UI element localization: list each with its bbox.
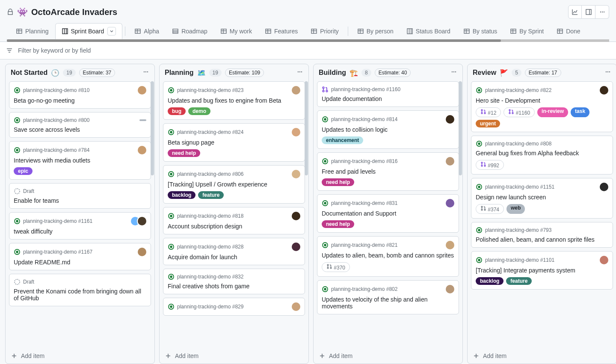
assignee-avatar[interactable] bbox=[292, 170, 300, 178]
assignee-avatar[interactable] bbox=[292, 212, 300, 220]
issue-card[interactable]: planning-tracking-demo #793Polished alie… bbox=[471, 222, 613, 248]
insights-button[interactable] bbox=[568, 5, 582, 19]
issue-label[interactable]: feature bbox=[506, 277, 532, 285]
view-tab[interactable]: By Sprint bbox=[503, 24, 550, 38]
assignee-avatar[interactable] bbox=[600, 183, 608, 191]
view-tab[interactable]: Roadmap bbox=[166, 24, 214, 38]
filter-icon[interactable] bbox=[6, 47, 13, 54]
issue-card[interactable]: planning-tracking-demo #1167Update READM… bbox=[9, 243, 151, 270]
column-menu[interactable] bbox=[604, 68, 611, 77]
issue-label[interactable]: backlog bbox=[476, 277, 503, 285]
assignee-avatar[interactable] bbox=[138, 146, 146, 154]
issue-label[interactable]: #992 bbox=[476, 160, 504, 170]
assignee-avatar[interactable] bbox=[446, 199, 454, 207]
issue-card[interactable]: planning-tracking-demo #828Acquire domai… bbox=[163, 238, 305, 265]
tab-label: Planning bbox=[25, 28, 49, 35]
issue-label[interactable]: enhancement bbox=[322, 136, 363, 144]
issue-label[interactable]: #1160 bbox=[503, 107, 535, 117]
issue-label[interactable]: demo bbox=[188, 107, 210, 115]
issue-label[interactable]: #374 bbox=[476, 204, 504, 214]
view-tab[interactable]: Priority bbox=[304, 24, 345, 38]
add-item-button[interactable]: Add item bbox=[160, 348, 308, 364]
issue-card[interactable]: planning-tracking-demo #818Account subsc… bbox=[163, 207, 305, 234]
issue-card[interactable]: planning-tracking-demo #824Beta signup p… bbox=[163, 123, 305, 162]
tabs-scrollbar[interactable] bbox=[7, 39, 609, 42]
issue-label[interactable]: #12 bbox=[476, 107, 501, 117]
svg-point-54 bbox=[16, 251, 18, 253]
view-tab[interactable]: Done bbox=[550, 24, 586, 38]
issue-card[interactable]: planning-tracking-demo #1151Design new l… bbox=[471, 178, 613, 219]
issue-card[interactable]: DraftEnable for teams bbox=[9, 183, 151, 209]
add-item-button[interactable]: Add item bbox=[314, 348, 462, 364]
view-tab[interactable]: My work bbox=[214, 24, 258, 38]
issue-label[interactable]: backlog bbox=[168, 191, 195, 199]
assignee-avatar[interactable] bbox=[446, 285, 454, 293]
view-tab[interactable]: Sprint Board bbox=[55, 23, 123, 39]
column-scrollbar[interactable] bbox=[151, 81, 154, 175]
issue-card[interactable]: planning-tracking-demo #802Updates to ve… bbox=[317, 280, 459, 314]
issue-label[interactable]: in-review bbox=[537, 107, 568, 117]
issue-card[interactable]: planning-tracking-demo #822Hero site - D… bbox=[471, 81, 613, 132]
issue-label[interactable]: #370 bbox=[322, 262, 350, 272]
column-scrollbar[interactable] bbox=[305, 81, 308, 175]
issue-card[interactable]: planning-tracking-demo #814Updates to co… bbox=[317, 110, 459, 149]
view-tab[interactable]: Status Board bbox=[400, 24, 457, 38]
column-menu[interactable] bbox=[450, 68, 457, 77]
issue-card[interactable]: planning-tracking-demo #823Updates and b… bbox=[163, 81, 305, 120]
filter-input[interactable]: Filter by keyword or by field bbox=[18, 47, 609, 54]
assignee-avatar[interactable] bbox=[138, 217, 146, 225]
issue-card[interactable]: planning-tracking-demo #1160Update docum… bbox=[317, 81, 459, 107]
panel-button[interactable] bbox=[582, 5, 595, 19]
issue-card[interactable]: planning-tracking-demo #1101[Tracking] I… bbox=[471, 251, 613, 290]
assignee-avatar[interactable] bbox=[292, 302, 300, 311]
issue-label[interactable]: urgent bbox=[476, 120, 500, 127]
issue-card[interactable]: planning-tracking-demo #821Updates to al… bbox=[317, 236, 459, 277]
view-tab[interactable]: By status bbox=[457, 24, 504, 38]
project-emoji: 👾 bbox=[17, 7, 28, 17]
assignee-avatar[interactable] bbox=[600, 256, 608, 264]
add-item-button[interactable]: Add item bbox=[6, 348, 154, 364]
view-tab[interactable]: Planning bbox=[9, 24, 55, 38]
issue-label[interactable]: feature bbox=[198, 191, 224, 199]
issue-card[interactable]: planning-tracking-demo #784Interviews wi… bbox=[9, 141, 151, 180]
issue-label[interactable]: need help bbox=[168, 149, 200, 157]
view-tab[interactable]: By person bbox=[351, 24, 400, 38]
issue-label[interactable]: need help bbox=[322, 220, 354, 228]
assignee-avatar[interactable] bbox=[446, 157, 454, 166]
tab-dropdown[interactable] bbox=[107, 27, 116, 36]
assignee-avatar[interactable] bbox=[138, 86, 146, 95]
issue-card[interactable]: planning-tracking-demo #808General bug f… bbox=[471, 136, 613, 175]
view-tab[interactable]: Features bbox=[258, 24, 304, 38]
assignee-avatar[interactable] bbox=[292, 243, 300, 251]
assignee-avatar[interactable] bbox=[446, 241, 454, 249]
issue-card[interactable]: planning-tracking-demo #810Beta go-no-go… bbox=[9, 81, 151, 109]
assignee-avatar[interactable] bbox=[446, 115, 454, 124]
issue-card[interactable]: planning-tracking-demo #816Free and paid… bbox=[317, 152, 459, 191]
column-count: 19 bbox=[209, 69, 222, 77]
column-menu[interactable] bbox=[296, 68, 303, 77]
assignee-avatar[interactable] bbox=[600, 86, 608, 95]
issue-label[interactable]: need help bbox=[322, 178, 354, 186]
more-button[interactable] bbox=[595, 5, 609, 19]
column-menu[interactable] bbox=[142, 68, 149, 77]
issue-card[interactable]: planning-tracking-demo #1161tweak diffic… bbox=[9, 212, 151, 240]
assignee-avatar[interactable] bbox=[292, 86, 300, 95]
issue-label[interactable]: bug bbox=[168, 107, 186, 115]
issue-card[interactable]: DraftPrevent the Konami code from bringi… bbox=[9, 274, 151, 306]
issue-title: Interviews with media outlets bbox=[14, 157, 146, 164]
issue-label[interactable]: task bbox=[571, 107, 589, 117]
svg-point-106 bbox=[481, 165, 483, 166]
assignee-avatar[interactable] bbox=[292, 128, 300, 136]
issue-card[interactable]: planning-tracking-demo #831Documentation… bbox=[317, 194, 459, 233]
view-tab[interactable]: Alpha bbox=[128, 24, 166, 38]
column-scrollbar[interactable] bbox=[459, 81, 462, 175]
issue-card[interactable]: planning-tracking-demo #832Final creativ… bbox=[163, 269, 305, 294]
issue-card[interactable]: planning-tracking-demo #829 bbox=[163, 298, 305, 316]
assignee-avatar[interactable] bbox=[138, 248, 146, 256]
issue-card[interactable]: planning-tracking-demo #800Save score ac… bbox=[9, 112, 151, 138]
issue-card[interactable]: planning-tracking-demo #806[Tracking] Up… bbox=[163, 165, 305, 204]
add-item-button[interactable]: Add item bbox=[468, 348, 616, 364]
issue-label[interactable]: web bbox=[506, 204, 525, 214]
issue-label[interactable]: epic bbox=[14, 167, 33, 175]
pull-request-closed-icon bbox=[480, 205, 486, 211]
